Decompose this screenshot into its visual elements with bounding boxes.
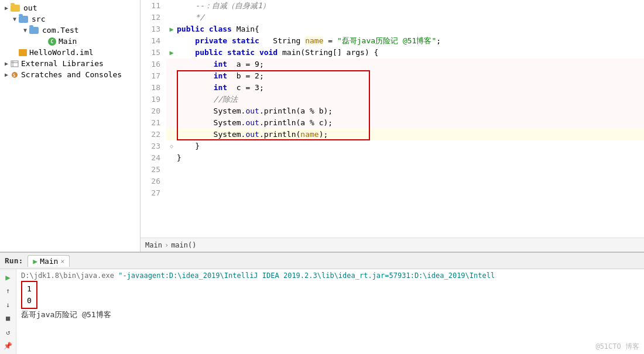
code-line-19: int c = 3; [166,82,644,94]
scratches-icon: S [11,71,19,79]
code-line-25: ◇ } [166,140,644,152]
expand-arrow-out: ▶ [2,5,11,11]
run-arrow-13: ▶ [169,23,173,35]
run-toolbar: ▶ ↑ ↓ ■ ↺ 📌 [0,269,16,354]
tree-item-scratches[interactable]: ▶ S Scratches and Consoles [0,69,140,80]
breadcrumb-separator: › [165,241,169,249]
line-marker-25: ◇ [166,140,177,152]
run-panel-content: ▶ ↑ ↓ ■ ↺ 📌 D:\jdk1.8\bin\java.exe "-jav… [0,269,644,354]
pin-button[interactable]: 📌 [2,341,15,352]
scroll-down-button[interactable]: ↓ [2,299,15,311]
line-marker-16: ▶ [166,47,177,59]
tree-label-out: out [23,4,37,12]
run-label: Run: [5,256,23,265]
code-line-12: */ [166,12,644,23]
code-line-23: System.out.println(name); [166,129,644,140]
folder-icon-src [19,15,29,23]
code-line-21: System.out.println(a % b); [166,105,644,117]
breadcrumb-bar: Main › main() [141,238,644,252]
expand-arrow-ext: ▶ [2,60,11,67]
run-arrow-16: ▶ [169,47,173,59]
svg-text:S: S [13,73,15,78]
bottom-panel: Run: ▶ Main ✕ ▶ ↑ ↓ ■ ↺ 📌 D:\jdk1.8\bin\… [0,252,644,354]
output-box: 1 0 [21,281,37,309]
tree-item-src[interactable]: ▼ src [0,13,140,25]
run-tab-close[interactable]: ✕ [60,257,64,265]
code-line-16: ▶ public static void main(String[] args)… [166,47,644,59]
code-line-22: System.out.println(a % c); [166,117,644,129]
run-tab-icon: ▶ [33,257,37,266]
tree-item-ext-libs[interactable]: ▶ External Libraries [0,58,140,69]
code-lines: --：自减（自身减1） */ ▶ public class Main{ [164,0,644,164]
run-tab-bar: Run: ▶ Main ✕ [0,253,644,269]
breadcrumb-method: main() [171,241,196,249]
folder-icon-com [29,26,40,35]
tree-item-main[interactable]: ▶ C Main [0,36,140,47]
code-editor: 11 12 13 14 15 16 17 18 19 20 21 22 23 2… [141,0,644,252]
run-output: D:\jdk1.8\bin\java.exe "-javaagent:D:\id… [16,269,644,354]
java-file-icon-main: C [48,37,56,46]
tree-item-out[interactable]: ▶ out [0,2,140,13]
code-line-17: int a = 9; [166,59,644,70]
output-box-wrapper: 1 0 [21,281,37,309]
iml-file-icon [19,49,27,56]
run-command-text: D:\jdk1.8\bin\java.exe "-javaagent:D:\id… [21,271,495,280]
tree-label-src: src [32,15,45,23]
bookmark-25: ◇ [170,140,173,152]
folder-icon-out [11,4,21,12]
tree-label-main: Main [59,37,77,46]
chinese-output-line: 磊哥java历险记 @51博客 [21,309,639,321]
code-line-13: ▶ public class Main{ [166,23,644,35]
rerun-button[interactable]: ↺ [2,326,15,338]
output-line-2: 0 [27,295,32,307]
line-numbers: 11 12 13 14 15 16 17 18 19 20 21 22 23 2… [141,0,164,238]
code-line-20: //除法 [166,94,644,105]
code-line-26: } [166,152,644,164]
svg-rect-0 [11,61,18,67]
expand-arrow-com: ▼ [21,27,29,33]
code-line-11: --：自减（自身减1） [166,0,644,12]
editor-content: 11 12 13 14 15 16 17 18 19 20 21 22 23 2… [141,0,644,238]
run-tab-main[interactable]: ▶ Main ✕ [28,255,70,267]
libraries-icon [11,60,19,68]
expand-arrow-src: ▼ [11,16,19,22]
output-line-1: 1 [27,283,32,295]
code-line-14: private static String name = "磊哥java历险记 … [166,35,644,47]
expand-arrow-scratches: ▶ [2,71,11,78]
run-command-line: D:\jdk1.8\bin\java.exe "-javaagent:D:\id… [21,271,639,280]
tree-label-ext-libs: External Libraries [21,59,104,68]
tree-item-helloworld[interactable]: ▶ HelloWorld.iml [0,47,140,58]
tree-label-scratches: Scratches and Consoles [21,70,122,79]
stop-button[interactable]: ■ [2,313,15,325]
breadcrumb-class: Main [145,241,162,249]
tree-label-com: com.Test [42,26,79,35]
scroll-up-button[interactable]: ↑ [2,286,15,297]
tree-item-com-test[interactable]: ▼ com.Test [0,25,140,36]
file-tree: ▶ out ▼ src ▼ com.Test ▶ C Main ▶ HelloW… [0,0,141,252]
watermark: @51CTO 博客 [595,342,639,352]
code-line-18: int b = 2; [166,70,644,82]
tree-label-helloworld: HelloWorld.iml [29,48,94,57]
run-button[interactable]: ▶ [2,271,15,283]
line-marker-13: ▶ [166,23,177,35]
run-tab-name: Main [40,257,58,266]
